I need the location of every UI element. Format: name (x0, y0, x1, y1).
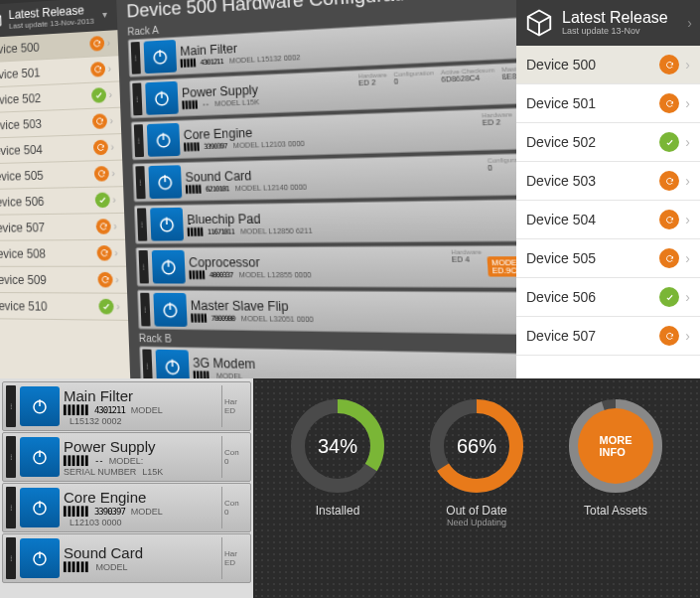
rack-row[interactable]: ⁞ Power Supply ▌▌▌▌▌▌ --MODEL: SERIAL NU… (2, 432, 251, 482)
refresh-icon (90, 62, 105, 77)
rack-row[interactable]: ⁞ Sound Card ▌▌▌▌▌▌ MODEL HarED (2, 533, 251, 583)
drag-handle-icon[interactable]: ⁞ (6, 487, 16, 528)
left-sidebar: Latest Release Last update 13-Nov-2013 ▾… (0, 0, 131, 378)
chevron-right-icon: › (114, 247, 118, 258)
drag-handle-icon[interactable]: ⁞ (140, 293, 150, 327)
sidebar-item-label: Device 504 (0, 142, 43, 158)
ring-percent: 66% (427, 396, 526, 496)
release-sub-right: Last update 13-Nov (562, 26, 668, 36)
refresh-icon (92, 114, 107, 130)
sidebar-item-label: Device 509 (0, 273, 47, 287)
sidebar-item-label: Device 505 (526, 250, 659, 266)
rack-row-info: Core Engine ▌▌▌▌▌ 3390397MODEL L12103 00… (183, 112, 479, 156)
sidebar-item-device-505[interactable]: Device 505 › (0, 161, 123, 191)
sidebar-item-device-503[interactable]: Device 503 › (516, 162, 700, 201)
sidebar-item-label: Device 506 (526, 289, 659, 305)
power-icon[interactable] (153, 293, 187, 327)
rack-row-info: Main Filter ▌▌▌▌▌▌ 4301211MODEL L15132 0… (64, 385, 217, 427)
right-sidebar: Latest Release Last update 13-Nov › Devi… (516, 0, 700, 378)
power-icon[interactable] (144, 40, 177, 74)
rack-row[interactable]: ⁞ Coprocessor ▌▌▌▌▌ 4000337MODEL L12855 … (135, 244, 516, 288)
rack-row-info: Master Slave Flip ▌▌▌▌▌ 7800900MODEL L32… (190, 293, 516, 332)
rack-row-meta: HardwareED 2Configuration0Active Checksu… (358, 64, 516, 107)
rack-row-meta: Con0 (221, 436, 247, 478)
main-panel: Device 500 Hardware Configuration REFRES… (116, 0, 516, 378)
release-title-right: Latest Release (562, 10, 668, 27)
drag-handle-icon[interactable]: ⁞ (134, 124, 144, 157)
donut-chart: 66% (427, 396, 526, 496)
drag-handle-icon[interactable]: ⁞ (6, 537, 16, 579)
drag-handle-icon[interactable]: ⁞ (131, 42, 141, 75)
rack-row[interactable]: ⁞ Sound Card ▌▌▌▌▌ 6210101MODEL L12140 0… (132, 151, 516, 202)
ring-label: Out of Date (446, 504, 506, 518)
cube-icon (0, 10, 3, 33)
sidebar-item-device-506[interactable]: Device 506 › (0, 187, 124, 216)
drag-handle-icon[interactable]: ⁞ (132, 82, 142, 115)
refresh-icon (96, 245, 111, 261)
rack-row[interactable]: ⁞ Bluechip Pad ▌▌▌▌▌ 11671011MODEL L1285… (134, 198, 516, 244)
sidebar-item-device-502[interactable]: Device 502 › (516, 123, 700, 162)
sidebar-item-device-504[interactable]: Device 504 › (516, 201, 700, 239)
rack-row[interactable]: ⁞ Core Engine ▌▌▌▌▌▌ 3390397MODEL L12103… (2, 483, 251, 532)
chevron-right-icon: › (111, 168, 115, 179)
sidebar-item-device-500[interactable]: Device 500 › (516, 46, 700, 84)
sidebar-item-label: Device 503 (526, 173, 659, 189)
sidebar-item-device-509[interactable]: Device 509 › (0, 267, 127, 294)
sidebar-item-device-510[interactable]: Device 510 › (0, 293, 128, 321)
rack-row[interactable]: ⁞ 3G Modem ▌▌▌▌▌ MODEL Hardware4 ⁞ (139, 346, 516, 378)
check-icon (94, 193, 109, 209)
power-icon[interactable] (145, 81, 179, 115)
chevron-down-icon: ▾ (102, 8, 107, 19)
sidebar-item-device-506[interactable]: Device 506 › (516, 278, 700, 317)
rack-row-info: Power Supply ▌▌▌▌▌▌ --MODEL: SERIAL NUMB… (64, 436, 217, 478)
rack-row-info: Sound Card ▌▌▌▌▌▌ MODEL (64, 537, 217, 579)
power-icon[interactable] (147, 123, 181, 157)
chevron-right-icon: › (687, 15, 692, 31)
power-icon[interactable] (20, 538, 60, 578)
sidebar-item-label: Device 507 (526, 328, 659, 344)
power-icon[interactable] (20, 488, 60, 527)
rack-row[interactable]: ⁞ Main Filter ▌▌▌▌▌▌ 4301211MODEL L15132… (2, 381, 251, 431)
refresh-icon (92, 140, 107, 156)
chevron-right-icon: › (112, 195, 116, 206)
sidebar-item-label: Device 504 (526, 212, 659, 227)
rack-row[interactable]: ⁞ Master Slave Flip ▌▌▌▌▌ 7800900MODEL L… (137, 290, 516, 336)
refresh-icon (659, 55, 679, 75)
power-icon[interactable] (148, 165, 182, 199)
drag-handle-icon[interactable]: ⁞ (135, 166, 145, 199)
rack-row-meta: HarED (221, 537, 247, 579)
sidebar-item-device-508[interactable]: Device 508 › (0, 240, 126, 267)
power-icon[interactable] (20, 437, 60, 477)
sidebar-item-device-507[interactable]: Device 507 › (0, 214, 125, 241)
stat-ring-installed: 34% Installed (283, 396, 392, 527)
refresh-icon (659, 326, 679, 346)
sidebar-item-device-507[interactable]: Device 507 › (516, 317, 700, 356)
rack-row-info: Sound Card ▌▌▌▌▌ 6210101MODEL L12140 000… (185, 157, 485, 198)
tablet-screen: Mobile Devices ✕ EDIT OFF Latest Release… (0, 0, 516, 378)
sidebar-item-device-501[interactable]: Device 501 › (516, 84, 700, 123)
chevron-right-icon: › (685, 57, 690, 73)
power-icon[interactable] (152, 250, 186, 284)
ring-percent: 34% (288, 396, 387, 496)
power-icon[interactable] (150, 208, 184, 241)
chevron-right-icon: › (685, 250, 690, 266)
sidebar-item-label: Device 507 (0, 221, 45, 235)
power-icon[interactable] (20, 386, 60, 426)
drag-handle-icon[interactable]: ⁞ (6, 385, 16, 427)
sidebar-item-label: Device 501 (526, 95, 659, 111)
drag-handle-icon[interactable]: ⁞ (142, 350, 152, 378)
chevron-right-icon: › (685, 212, 690, 227)
drag-handle-icon[interactable]: ⁞ (6, 436, 16, 478)
sidebar-item-label: Device 500 (0, 40, 40, 57)
latest-release-header-right[interactable]: Latest Release Last update 13-Nov › (516, 0, 700, 46)
drag-handle-icon[interactable]: ⁞ (139, 250, 149, 283)
drag-handle-icon[interactable]: ⁞ (137, 208, 147, 240)
sidebar-item-label: Device 505 (0, 168, 44, 183)
sidebar-item-device-505[interactable]: Device 505 › (516, 239, 700, 278)
more-info-button[interactable]: MOREINFO (578, 408, 653, 484)
chevron-right-icon: › (113, 221, 117, 231)
chevron-right-icon: › (107, 64, 111, 75)
power-icon[interactable] (156, 350, 190, 378)
sidebar-item-label: Device 510 (0, 299, 48, 314)
sidebar-item-device-504[interactable]: Device 504 › (0, 134, 122, 164)
